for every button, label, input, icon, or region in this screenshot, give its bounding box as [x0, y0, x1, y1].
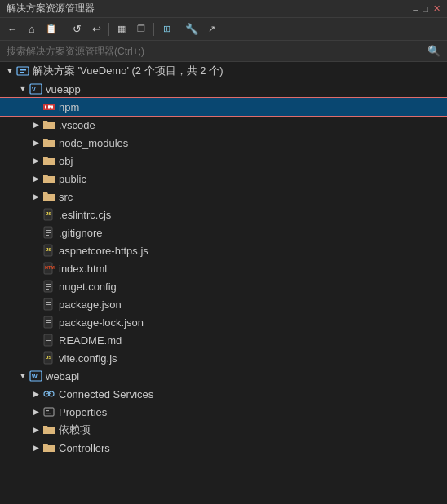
back-button[interactable]: ←: [3, 20, 21, 38]
controllers-label: Controllers: [59, 442, 440, 454]
indexhtml-arrow: [29, 262, 42, 275]
src-arrow: [29, 190, 42, 203]
obj-arrow: [29, 154, 42, 167]
eslintrc-item[interactable]: JS .eslintrc.cjs: [0, 206, 447, 223]
svg-rect-45: [46, 410, 49, 411]
properties-button[interactable]: 📋: [42, 20, 60, 38]
src-item[interactable]: src: [0, 188, 447, 206]
separator-4: [179, 23, 179, 36]
minimize-button[interactable]: –: [413, 4, 418, 14]
vscode-folder-icon: [42, 118, 55, 131]
copy-button[interactable]: ❐: [132, 20, 150, 38]
settings-button[interactable]: 🔧: [183, 20, 201, 38]
aspnetcore-item[interactable]: JS aspnetcore-https.js: [0, 241, 447, 259]
views-button[interactable]: ▦: [113, 20, 131, 38]
indexhtml-label: index.html: [59, 263, 440, 275]
packagelock-item[interactable]: package-lock.json: [0, 313, 447, 331]
connected-services-item[interactable]: Connected Services: [0, 385, 447, 403]
properties-icon: [42, 405, 55, 418]
solution-expand-arrow: [3, 64, 16, 77]
svg-rect-44: [44, 408, 54, 416]
connected-services-arrow: [29, 387, 42, 400]
vueapp-label: vueapp: [46, 83, 440, 95]
svg-rect-33: [46, 338, 51, 338]
separator-3: [153, 23, 154, 36]
nugetconfig-label: nuget.config: [59, 281, 440, 293]
public-icon: [42, 172, 55, 185]
npm-item[interactable]: npm: [0, 98, 447, 116]
packagelock-icon: [42, 316, 55, 329]
solution-explorer-tree: 解决方案 'VueDemo' (2 个项目，共 2 个) V vueapp np…: [0, 62, 447, 504]
svg-text:V: V: [32, 86, 36, 92]
svg-text:W: W: [32, 374, 38, 379]
refresh-button[interactable]: ↺: [68, 20, 86, 38]
svg-text:JS: JS: [46, 355, 51, 360]
packagejson-icon: [42, 298, 55, 311]
svg-text:HTM: HTM: [45, 265, 55, 270]
viteconfig-icon: JS: [42, 351, 55, 365]
public-label: public: [59, 173, 440, 185]
gitignore-item[interactable]: .gitignore: [0, 223, 447, 241]
node-modules-arrow: [29, 136, 42, 149]
search-bar: 🔍: [0, 41, 447, 62]
deps-arrow: [29, 423, 42, 436]
external-button[interactable]: ↗: [202, 20, 220, 38]
src-label: src: [59, 191, 440, 203]
filter-button[interactable]: ⊞: [157, 20, 175, 38]
svg-rect-26: [46, 304, 51, 305]
deps-item[interactable]: 依赖项: [0, 421, 447, 439]
gitignore-label: .gitignore: [59, 227, 440, 239]
vscode-arrow: [29, 118, 42, 131]
packagejson-label: package.json: [59, 298, 440, 311]
search-icon[interactable]: 🔍: [427, 45, 440, 57]
aspnetcore-arrow: [29, 244, 42, 257]
svg-rect-30: [46, 322, 51, 323]
svg-rect-8: [51, 106, 53, 109]
connected-services-icon: [42, 387, 55, 400]
svg-rect-0: [17, 67, 29, 75]
svg-rect-6: [45, 106, 46, 109]
properties-item[interactable]: Properties: [0, 403, 447, 421]
node-modules-icon: [42, 136, 55, 149]
svg-rect-22: [46, 286, 51, 287]
webapi-item[interactable]: W webapi: [0, 367, 447, 385]
controllers-item[interactable]: Controllers: [0, 439, 447, 457]
packagelock-arrow: [29, 316, 42, 329]
svg-text:JS: JS: [46, 247, 51, 252]
vueapp-item[interactable]: V vueapp: [0, 80, 447, 98]
readme-item[interactable]: README.md: [0, 331, 447, 349]
separator-1: [64, 23, 64, 36]
npm-icon: [42, 100, 55, 113]
nugetconfig-item[interactable]: nuget.config: [0, 277, 447, 295]
packagejson-item[interactable]: package.json: [0, 295, 447, 313]
solution-root[interactable]: 解决方案 'VueDemo' (2 个项目，共 2 个): [0, 62, 447, 80]
webapi-arrow: [16, 369, 29, 382]
svg-rect-27: [46, 307, 49, 307]
obj-item[interactable]: obj: [0, 152, 447, 170]
obj-label: obj: [59, 155, 440, 167]
vueapp-arrow: [16, 82, 29, 95]
home-button[interactable]: ⌂: [23, 20, 41, 38]
node-modules-label: node_modules: [59, 137, 440, 149]
vscode-item[interactable]: .vscode: [0, 116, 447, 134]
npm-label: npm: [59, 101, 440, 113]
indexhtml-item[interactable]: HTM index.html: [0, 259, 447, 277]
node-modules-item[interactable]: node_modules: [0, 134, 447, 152]
eslintrc-label: .eslintrc.cjs: [59, 209, 440, 221]
svg-rect-14: [46, 232, 51, 233]
nugetconfig-icon: [42, 280, 55, 293]
close-button[interactable]: ✕: [433, 3, 440, 14]
packagelock-label: package-lock.json: [59, 316, 440, 329]
vueapp-icon: V: [29, 82, 42, 95]
readme-icon: [42, 334, 55, 347]
viteconfig-item[interactable]: JS vite.config.js: [0, 349, 447, 367]
svg-rect-21: [46, 284, 51, 285]
public-item[interactable]: public: [0, 170, 447, 188]
pin-button[interactable]: □: [423, 4, 428, 14]
npm-arrow: [29, 100, 42, 113]
indexhtml-icon: HTM: [42, 262, 55, 275]
svg-rect-13: [46, 230, 51, 231]
search-input[interactable]: [7, 46, 423, 57]
svg-rect-29: [46, 320, 51, 321]
undo-button[interactable]: ↩: [87, 20, 105, 38]
